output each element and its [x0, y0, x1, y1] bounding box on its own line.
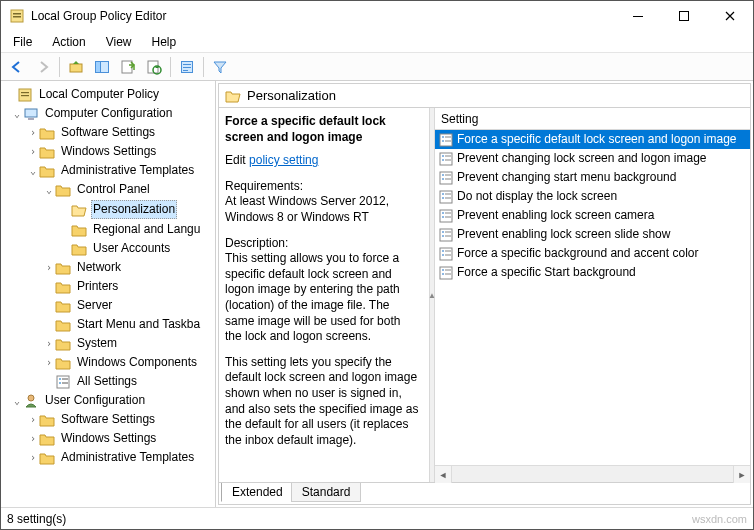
tree-server[interactable]: Server — [1, 296, 215, 315]
forward-button[interactable] — [31, 55, 55, 79]
minimize-button[interactable] — [615, 1, 661, 31]
tree-cc-windows[interactable]: ›Windows Settings — [1, 142, 215, 161]
svg-rect-41 — [440, 191, 452, 203]
menu-help[interactable]: Help — [144, 33, 185, 51]
tree-cc-software[interactable]: ›Software Settings — [1, 123, 215, 142]
svg-point-34 — [442, 159, 444, 161]
svg-point-32 — [442, 155, 444, 157]
svg-rect-19 — [28, 118, 34, 120]
setting-row[interactable]: Prevent enabling lock screen camera — [435, 206, 750, 225]
svg-rect-43 — [445, 193, 451, 194]
app-window: Local Group Policy Editor File Action Vi… — [0, 0, 754, 530]
edit-policy-link[interactable]: policy setting — [249, 153, 318, 167]
show-hide-tree-button[interactable] — [90, 55, 114, 79]
menu-action[interactable]: Action — [44, 33, 93, 51]
tree-uc-software[interactable]: ›Software Settings — [1, 410, 215, 429]
setting-row[interactable]: Force a specific default lock screen and… — [435, 130, 750, 149]
expander-icon[interactable]: ⌄ — [11, 105, 23, 122]
setting-row[interactable]: Prevent enabling lock screen slide show — [435, 225, 750, 244]
tree-control-panel[interactable]: ⌄Control Panel — [1, 180, 215, 199]
list-column-header[interactable]: Setting — [435, 108, 750, 130]
up-button[interactable] — [64, 55, 88, 79]
svg-point-29 — [442, 140, 444, 142]
svg-point-21 — [59, 378, 61, 380]
policy-root-icon — [17, 87, 33, 103]
menu-view[interactable]: View — [98, 33, 140, 51]
policy-setting-icon — [439, 266, 453, 280]
tree-uc-windows[interactable]: ›Windows Settings — [1, 429, 215, 448]
tab-standard[interactable]: Standard — [291, 483, 362, 502]
tree-computer-config[interactable]: ⌄ Computer Configuration — [1, 104, 215, 123]
setting-row[interactable]: Force a specific background and accent c… — [435, 244, 750, 263]
tree-start-menu[interactable]: Start Menu and Taskba — [1, 315, 215, 334]
tree-label: Local Computer Policy — [37, 86, 161, 103]
refresh-button[interactable] — [142, 55, 166, 79]
svg-rect-60 — [445, 254, 451, 255]
filter-button[interactable] — [208, 55, 232, 79]
menubar: File Action View Help — [1, 31, 753, 53]
scroll-right-icon[interactable]: ► — [733, 466, 750, 483]
properties-button[interactable] — [175, 55, 199, 79]
tree-all-settings[interactable]: All Settings — [1, 372, 215, 391]
svg-rect-22 — [62, 378, 68, 379]
description-head: Description: — [225, 236, 419, 252]
svg-rect-17 — [21, 95, 29, 96]
setting-row[interactable]: Force a specific Start background — [435, 263, 750, 282]
close-button[interactable] — [707, 1, 753, 31]
policy-setting-icon — [439, 152, 453, 166]
svg-point-27 — [442, 136, 444, 138]
back-button[interactable] — [5, 55, 29, 79]
setting-row[interactable]: Prevent changing start menu background — [435, 168, 750, 187]
tree-personalization[interactable]: Personalization — [1, 199, 215, 220]
tree-system[interactable]: ›System — [1, 334, 215, 353]
tree-regional[interactable]: Regional and Langu — [1, 220, 215, 239]
settings-list: Force a specific default lock screen and… — [435, 130, 750, 465]
category-title: Personalization — [247, 88, 336, 103]
tree-user-accounts[interactable]: User Accounts — [1, 239, 215, 258]
svg-rect-16 — [21, 92, 29, 93]
folder-icon — [55, 336, 71, 352]
description-p1: This setting allows you to force a speci… — [225, 251, 419, 345]
svg-rect-24 — [62, 382, 68, 383]
tree-user-config[interactable]: ⌄ User Configuration — [1, 391, 215, 410]
titlebar: Local Group Policy Editor — [1, 1, 753, 31]
svg-rect-51 — [440, 229, 452, 241]
tree-root[interactable]: Local Computer Policy — [1, 85, 215, 104]
description-pane: Force a specific default lock screen and… — [219, 108, 429, 482]
horizontal-scrollbar[interactable]: ◄ ► — [435, 465, 750, 482]
tree-win-components[interactable]: ›Windows Components — [1, 353, 215, 372]
setting-row[interactable]: Prevent changing lock screen and logon i… — [435, 149, 750, 168]
watermark: wsxdn.com — [692, 513, 747, 525]
svg-rect-48 — [445, 212, 451, 213]
folder-icon — [39, 412, 55, 428]
svg-rect-55 — [445, 235, 451, 236]
tree-uc-admin[interactable]: ›Administrative Templates — [1, 448, 215, 467]
folder-icon — [71, 222, 87, 238]
svg-rect-30 — [445, 140, 451, 141]
folder-icon — [39, 450, 55, 466]
tree-printers[interactable]: Printers — [1, 277, 215, 296]
category-header: Personalization — [219, 84, 750, 108]
folder-icon — [55, 355, 71, 371]
folder-icon — [39, 431, 55, 447]
expander-icon[interactable]: ⌄ — [11, 392, 23, 409]
setting-row[interactable]: Do not display the lock screen — [435, 187, 750, 206]
svg-rect-5 — [70, 64, 82, 72]
user-icon — [23, 393, 39, 409]
scroll-left-icon[interactable]: ◄ — [435, 466, 452, 483]
export-button[interactable] — [116, 55, 140, 79]
svg-point-57 — [442, 250, 444, 252]
description-p2: This setting lets you specify the defaul… — [225, 355, 419, 449]
policy-setting-icon — [439, 247, 453, 261]
svg-point-23 — [59, 382, 61, 384]
menu-file[interactable]: File — [5, 33, 40, 51]
svg-point-54 — [442, 235, 444, 237]
tree-cc-admin[interactable]: ⌄Administrative Templates — [1, 161, 215, 180]
tab-extended[interactable]: Extended — [221, 483, 294, 502]
maximize-button[interactable] — [661, 1, 707, 31]
folder-open-icon — [225, 88, 241, 104]
requirements-head: Requirements: — [225, 179, 419, 195]
svg-rect-18 — [25, 109, 37, 117]
svg-rect-38 — [445, 174, 451, 175]
tree-network[interactable]: ›Network — [1, 258, 215, 277]
